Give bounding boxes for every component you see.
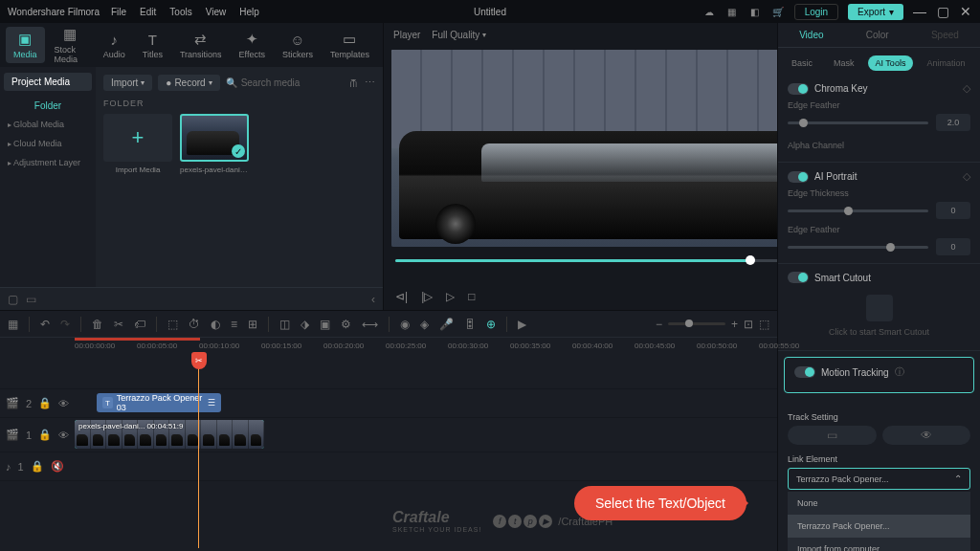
menu-file[interactable]: File [111,7,126,17]
more-icon[interactable]: ⋯ [365,77,375,89]
subtab-basic[interactable]: Basic [784,55,820,71]
sidebar-cloud-media[interactable]: Cloud Media [4,134,92,153]
speed-icon[interactable]: ⏱ [189,318,200,331]
feather2-value[interactable]: 0 [936,238,970,255]
lock-icon[interactable]: 🔒 [38,429,52,441]
project-media-button[interactable]: Project Media [4,73,92,91]
folder-heading[interactable]: Folder [4,97,92,115]
smart-cutout-area[interactable]: Click to start Smart Cutout [788,289,970,342]
media-clip[interactable]: ✓ pexels-pavel-danilyuk... [180,114,249,174]
sidebar-adjustment-layer[interactable]: Adjustment Layer [4,153,92,172]
quality-dropdown[interactable]: Full Quality [432,30,486,40]
zoom-in-icon[interactable]: + [731,318,738,331]
subtab-animation[interactable]: Animation [919,55,972,71]
tab-effects[interactable]: ✦Effects [232,27,273,63]
text-icon[interactable]: ⊞ [248,318,257,331]
mask-icon[interactable]: ▣ [320,318,330,331]
zoom-out-icon[interactable]: − [656,318,662,331]
layout-icon[interactable]: ▦ [8,318,18,331]
bike-icon[interactable]: ⚙ [341,318,351,331]
tab-stock-media[interactable]: ▦Stock Media [47,22,94,68]
undo-icon[interactable]: ↶ [40,318,50,331]
thickness-slider[interactable] [788,209,928,212]
chroma-key-toggle[interactable] [788,83,809,95]
fit-icon[interactable]: ⊡ [744,318,753,331]
login-button[interactable]: Login [794,4,838,20]
edge-feather-slider[interactable] [788,121,928,124]
smart-cutout-toggle[interactable] [788,272,809,283]
prev-frame-icon[interactable]: ⊲| [395,290,408,303]
grid-icon[interactable]: ▦ [725,5,739,18]
title-clip[interactable]: Terrazzo Pack Opener 03☰ [97,393,221,412]
title-track[interactable]: 🎬2🔒👁 Terrazzo Pack Opener 03☰ [0,389,777,418]
track-box-button[interactable]: ▭ [788,426,877,445]
import-media-slot[interactable]: + Import Media [103,114,172,174]
option-none[interactable]: None [788,492,970,515]
filter-icon[interactable]: ⫚ [348,77,359,89]
eye-icon[interactable]: 👁 [58,430,69,441]
delete-icon[interactable]: 🗑 [92,318,103,331]
video-track[interactable]: 🎬1🔒👁 pexels-pavel-dani... 00:04:51:9 [0,418,777,452]
menu-view[interactable]: View [206,7,227,17]
caption-icon[interactable]: ◫ [279,318,290,331]
insp-tab-color[interactable]: Color [866,30,889,40]
playhead[interactable]: ✂ [191,352,207,369]
subtab-mask[interactable]: Mask [826,55,862,71]
import-dropdown[interactable]: Import [103,75,152,91]
subtab-ai-tools[interactable]: AI Tools [868,55,914,71]
sidebar-global-media[interactable]: Global Media [4,115,92,134]
zoom-slider[interactable] [668,322,725,325]
tab-templates[interactable]: ▭Templates [323,27,377,63]
feather2-slider[interactable] [788,246,928,249]
stop-icon[interactable]: □ [468,290,475,303]
collapse-icon[interactable]: ‹ [371,293,375,306]
track-eye-button[interactable]: 👁 [882,426,971,445]
adjust-icon[interactable]: ≡ [231,318,237,331]
eye-icon[interactable]: 👁 [58,398,69,409]
redo-icon[interactable]: ↷ [60,318,70,331]
edge-feather-value[interactable]: 2.0 [936,114,970,131]
cut-icon[interactable]: ✂ [114,318,123,331]
thickness-value[interactable]: 0 [936,202,970,219]
keyframe-tl-icon[interactable]: ◈ [420,318,429,331]
timeline-ruler[interactable]: 00:00:00:00 00:00:05:00 00:00:10:00 00:0… [0,338,777,357]
tab-media[interactable]: ▣Media [6,27,45,63]
mixer-icon[interactable]: 🎛 [464,318,476,331]
ai-portrait-toggle[interactable] [788,171,809,183]
keyframe-icon[interactable]: ◇ [963,170,970,183]
audio-track[interactable]: ♪1🔒🔇 [0,452,777,481]
link-element-dropdown[interactable]: Terrazzo Pack Opener... [788,468,970,490]
lock-icon[interactable]: 🔒 [31,460,44,473]
split-icon[interactable]: ⟷ [362,318,378,331]
tab-audio[interactable]: ♪Audio [96,28,133,63]
close-button[interactable]: ✕ [959,4,972,19]
marker-icon[interactable]: ◉ [400,318,410,331]
option-terrazzo[interactable]: Terrazzo Pack Opener... [788,515,970,538]
motion-tracking-toggle[interactable] [794,366,815,378]
bin-icon[interactable]: ▭ [26,293,36,306]
export-button[interactable]: Export▾ [848,4,903,20]
menu-edit[interactable]: Edit [140,7,156,17]
play-icon[interactable]: ▷ [446,290,455,303]
record-dropdown[interactable]: ● Record [158,75,219,91]
render-icon[interactable]: ▶ [518,318,526,331]
cloud-icon[interactable]: ☁ [702,5,716,18]
green-icon[interactable]: ⬗ [301,318,309,331]
scrub-handle[interactable] [746,255,755,265]
folder-icon[interactable]: ▢ [8,293,18,306]
cart-icon[interactable]: 🛒 [771,5,785,18]
help-icon[interactable]: ⓘ [895,365,904,379]
color-icon[interactable]: ◐ [211,318,220,331]
video-clip[interactable]: pexels-pavel-dani... 00:04:51:9 [75,420,264,449]
maximize-button[interactable]: ▢ [936,4,949,19]
message-icon[interactable]: ◧ [748,5,762,18]
keyframe-icon[interactable]: ◇ [963,82,970,95]
search-input[interactable]: Search media [226,77,343,88]
expand-icon[interactable]: ⬚ [759,318,769,331]
crop-icon[interactable]: ⬚ [167,318,178,331]
step-back-icon[interactable]: |▷ [421,290,433,303]
tag-icon[interactable]: 🏷 [134,318,145,331]
track-icon[interactable]: ⊕ [486,318,496,331]
tab-titles[interactable]: TTitles [135,28,170,63]
mic-icon[interactable]: 🎤 [439,318,454,331]
